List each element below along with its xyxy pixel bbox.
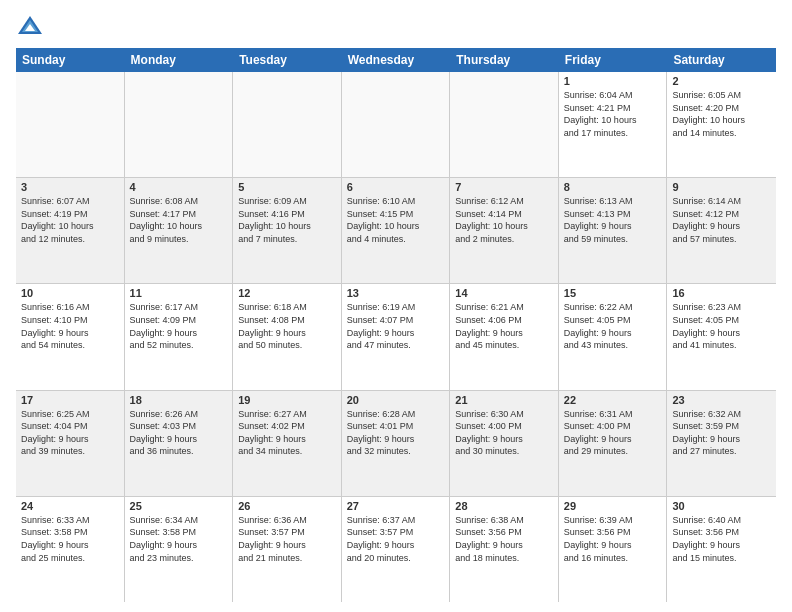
day-cell-9: 9Sunrise: 6:14 AM Sunset: 4:12 PM Daylig… — [667, 178, 776, 283]
day-info: Sunrise: 6:27 AM Sunset: 4:02 PM Dayligh… — [238, 408, 336, 458]
day-number: 12 — [238, 287, 336, 299]
day-info: Sunrise: 6:38 AM Sunset: 3:56 PM Dayligh… — [455, 514, 553, 564]
day-number: 1 — [564, 75, 662, 87]
day-info: Sunrise: 6:34 AM Sunset: 3:58 PM Dayligh… — [130, 514, 228, 564]
day-info: Sunrise: 6:07 AM Sunset: 4:19 PM Dayligh… — [21, 195, 119, 245]
day-info: Sunrise: 6:40 AM Sunset: 3:56 PM Dayligh… — [672, 514, 771, 564]
day-info: Sunrise: 6:17 AM Sunset: 4:09 PM Dayligh… — [130, 301, 228, 351]
day-number: 19 — [238, 394, 336, 406]
day-number: 16 — [672, 287, 771, 299]
empty-cell — [450, 72, 559, 177]
calendar-week-4: 17Sunrise: 6:25 AM Sunset: 4:04 PM Dayli… — [16, 391, 776, 497]
empty-cell — [125, 72, 234, 177]
day-cell-21: 21Sunrise: 6:30 AM Sunset: 4:00 PM Dayli… — [450, 391, 559, 496]
day-cell-24: 24Sunrise: 6:33 AM Sunset: 3:58 PM Dayli… — [16, 497, 125, 602]
header — [16, 12, 776, 40]
empty-cell — [342, 72, 451, 177]
day-number: 7 — [455, 181, 553, 193]
day-number: 21 — [455, 394, 553, 406]
day-cell-25: 25Sunrise: 6:34 AM Sunset: 3:58 PM Dayli… — [125, 497, 234, 602]
logo-icon — [16, 12, 44, 40]
day-info: Sunrise: 6:14 AM Sunset: 4:12 PM Dayligh… — [672, 195, 771, 245]
day-header-saturday: Saturday — [667, 48, 776, 72]
day-info: Sunrise: 6:32 AM Sunset: 3:59 PM Dayligh… — [672, 408, 771, 458]
day-number: 2 — [672, 75, 771, 87]
calendar-body: 1Sunrise: 6:04 AM Sunset: 4:21 PM Daylig… — [16, 72, 776, 602]
day-info: Sunrise: 6:36 AM Sunset: 3:57 PM Dayligh… — [238, 514, 336, 564]
day-info: Sunrise: 6:28 AM Sunset: 4:01 PM Dayligh… — [347, 408, 445, 458]
day-number: 29 — [564, 500, 662, 512]
day-number: 26 — [238, 500, 336, 512]
day-number: 18 — [130, 394, 228, 406]
day-number: 15 — [564, 287, 662, 299]
day-info: Sunrise: 6:05 AM Sunset: 4:20 PM Dayligh… — [672, 89, 771, 139]
day-info: Sunrise: 6:19 AM Sunset: 4:07 PM Dayligh… — [347, 301, 445, 351]
day-number: 22 — [564, 394, 662, 406]
day-cell-15: 15Sunrise: 6:22 AM Sunset: 4:05 PM Dayli… — [559, 284, 668, 389]
day-number: 4 — [130, 181, 228, 193]
empty-cell — [233, 72, 342, 177]
day-number: 8 — [564, 181, 662, 193]
day-header-sunday: Sunday — [16, 48, 125, 72]
day-cell-30: 30Sunrise: 6:40 AM Sunset: 3:56 PM Dayli… — [667, 497, 776, 602]
day-cell-7: 7Sunrise: 6:12 AM Sunset: 4:14 PM Daylig… — [450, 178, 559, 283]
day-cell-1: 1Sunrise: 6:04 AM Sunset: 4:21 PM Daylig… — [559, 72, 668, 177]
day-number: 20 — [347, 394, 445, 406]
day-cell-19: 19Sunrise: 6:27 AM Sunset: 4:02 PM Dayli… — [233, 391, 342, 496]
calendar-week-1: 1Sunrise: 6:04 AM Sunset: 4:21 PM Daylig… — [16, 72, 776, 178]
day-number: 11 — [130, 287, 228, 299]
day-cell-29: 29Sunrise: 6:39 AM Sunset: 3:56 PM Dayli… — [559, 497, 668, 602]
day-cell-12: 12Sunrise: 6:18 AM Sunset: 4:08 PM Dayli… — [233, 284, 342, 389]
day-cell-16: 16Sunrise: 6:23 AM Sunset: 4:05 PM Dayli… — [667, 284, 776, 389]
day-cell-13: 13Sunrise: 6:19 AM Sunset: 4:07 PM Dayli… — [342, 284, 451, 389]
day-header-thursday: Thursday — [450, 48, 559, 72]
day-header-wednesday: Wednesday — [342, 48, 451, 72]
day-header-monday: Monday — [125, 48, 234, 72]
day-number: 30 — [672, 500, 771, 512]
day-info: Sunrise: 6:18 AM Sunset: 4:08 PM Dayligh… — [238, 301, 336, 351]
day-number: 28 — [455, 500, 553, 512]
calendar: SundayMondayTuesdayWednesdayThursdayFrid… — [16, 48, 776, 602]
empty-cell — [16, 72, 125, 177]
day-info: Sunrise: 6:16 AM Sunset: 4:10 PM Dayligh… — [21, 301, 119, 351]
day-info: Sunrise: 6:10 AM Sunset: 4:15 PM Dayligh… — [347, 195, 445, 245]
day-cell-3: 3Sunrise: 6:07 AM Sunset: 4:19 PM Daylig… — [16, 178, 125, 283]
day-info: Sunrise: 6:25 AM Sunset: 4:04 PM Dayligh… — [21, 408, 119, 458]
page: SundayMondayTuesdayWednesdayThursdayFrid… — [0, 0, 792, 612]
day-cell-18: 18Sunrise: 6:26 AM Sunset: 4:03 PM Dayli… — [125, 391, 234, 496]
day-info: Sunrise: 6:39 AM Sunset: 3:56 PM Dayligh… — [564, 514, 662, 564]
calendar-week-5: 24Sunrise: 6:33 AM Sunset: 3:58 PM Dayli… — [16, 497, 776, 602]
day-cell-4: 4Sunrise: 6:08 AM Sunset: 4:17 PM Daylig… — [125, 178, 234, 283]
day-info: Sunrise: 6:22 AM Sunset: 4:05 PM Dayligh… — [564, 301, 662, 351]
day-info: Sunrise: 6:08 AM Sunset: 4:17 PM Dayligh… — [130, 195, 228, 245]
day-cell-23: 23Sunrise: 6:32 AM Sunset: 3:59 PM Dayli… — [667, 391, 776, 496]
calendar-week-3: 10Sunrise: 6:16 AM Sunset: 4:10 PM Dayli… — [16, 284, 776, 390]
day-header-tuesday: Tuesday — [233, 48, 342, 72]
day-cell-11: 11Sunrise: 6:17 AM Sunset: 4:09 PM Dayli… — [125, 284, 234, 389]
day-number: 27 — [347, 500, 445, 512]
day-cell-22: 22Sunrise: 6:31 AM Sunset: 4:00 PM Dayli… — [559, 391, 668, 496]
day-cell-26: 26Sunrise: 6:36 AM Sunset: 3:57 PM Dayli… — [233, 497, 342, 602]
day-info: Sunrise: 6:31 AM Sunset: 4:00 PM Dayligh… — [564, 408, 662, 458]
calendar-week-2: 3Sunrise: 6:07 AM Sunset: 4:19 PM Daylig… — [16, 178, 776, 284]
day-info: Sunrise: 6:37 AM Sunset: 3:57 PM Dayligh… — [347, 514, 445, 564]
day-cell-5: 5Sunrise: 6:09 AM Sunset: 4:16 PM Daylig… — [233, 178, 342, 283]
day-info: Sunrise: 6:30 AM Sunset: 4:00 PM Dayligh… — [455, 408, 553, 458]
day-number: 5 — [238, 181, 336, 193]
day-cell-14: 14Sunrise: 6:21 AM Sunset: 4:06 PM Dayli… — [450, 284, 559, 389]
day-cell-6: 6Sunrise: 6:10 AM Sunset: 4:15 PM Daylig… — [342, 178, 451, 283]
day-header-friday: Friday — [559, 48, 668, 72]
day-info: Sunrise: 6:21 AM Sunset: 4:06 PM Dayligh… — [455, 301, 553, 351]
day-number: 10 — [21, 287, 119, 299]
day-cell-17: 17Sunrise: 6:25 AM Sunset: 4:04 PM Dayli… — [16, 391, 125, 496]
day-cell-20: 20Sunrise: 6:28 AM Sunset: 4:01 PM Dayli… — [342, 391, 451, 496]
day-cell-8: 8Sunrise: 6:13 AM Sunset: 4:13 PM Daylig… — [559, 178, 668, 283]
day-number: 14 — [455, 287, 553, 299]
day-number: 25 — [130, 500, 228, 512]
day-number: 23 — [672, 394, 771, 406]
day-info: Sunrise: 6:13 AM Sunset: 4:13 PM Dayligh… — [564, 195, 662, 245]
day-info: Sunrise: 6:09 AM Sunset: 4:16 PM Dayligh… — [238, 195, 336, 245]
day-info: Sunrise: 6:23 AM Sunset: 4:05 PM Dayligh… — [672, 301, 771, 351]
logo — [16, 12, 48, 40]
day-cell-10: 10Sunrise: 6:16 AM Sunset: 4:10 PM Dayli… — [16, 284, 125, 389]
